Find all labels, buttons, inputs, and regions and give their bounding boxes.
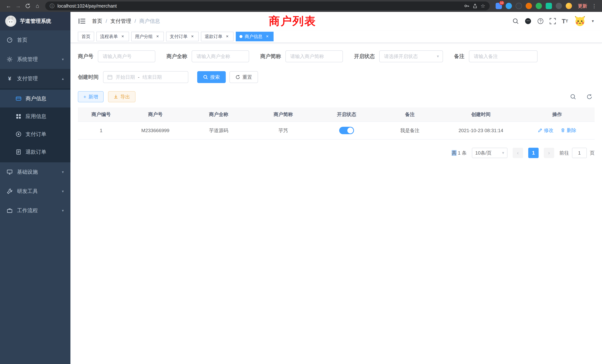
- document-icon: [16, 149, 22, 155]
- download-icon: [114, 95, 118, 99]
- reset-button[interactable]: 重置: [229, 71, 258, 83]
- tab-merchant-info[interactable]: 商户信息 ×: [236, 32, 274, 41]
- sidebar-item-system[interactable]: 系统管理 ▾: [0, 50, 70, 69]
- close-icon[interactable]: ×: [120, 34, 125, 39]
- extension-orange-icon[interactable]: [526, 3, 532, 9]
- tab-refund-order[interactable]: 退款订单 ×: [201, 32, 234, 41]
- plus-icon: +: [83, 94, 86, 100]
- sidebar-item-workflow[interactable]: 工作流程 ▾: [0, 201, 70, 220]
- extension-square-icon[interactable]: [546, 3, 552, 9]
- screen: ← → ⌂ ⓘ localhost:1024/pay/merchant ☆ 10: [0, 0, 602, 364]
- sidebar-logo[interactable]: 芋道管理系统: [0, 12, 70, 30]
- extension-grid-icon[interactable]: 10: [496, 3, 502, 9]
- extension-badge: 10: [499, 1, 504, 5]
- column-header: 创建时间: [442, 107, 520, 122]
- next-page-button[interactable]: ›: [544, 148, 554, 158]
- prev-page-button[interactable]: ‹: [513, 148, 523, 158]
- sidebar-item-payment[interactable]: ¥ 支付管理 ▴: [0, 69, 70, 88]
- logo-avatar: [5, 16, 16, 27]
- tab-label: 支付订单: [170, 33, 188, 40]
- tab-pay-order[interactable]: 支付订单 ×: [166, 32, 199, 41]
- page-size-select[interactable]: 10条/页 ▾: [472, 148, 507, 158]
- url-text[interactable]: localhost:1024/pay/merchant: [57, 3, 117, 9]
- search-button[interactable]: 搜索: [197, 71, 226, 83]
- sidebar-item-home[interactable]: 首页: [0, 30, 70, 50]
- search-icon[interactable]: [513, 18, 519, 24]
- close-icon[interactable]: ×: [265, 34, 270, 39]
- extension-dark-icon[interactable]: [516, 3, 522, 9]
- status-select[interactable]: 请选择开启状态 ▾: [379, 50, 443, 62]
- sidebar-item-label: 工作流程: [17, 207, 38, 214]
- breadcrumb-home[interactable]: 首页: [92, 18, 102, 25]
- goto-page-input[interactable]: [572, 148, 587, 158]
- forward-icon[interactable]: →: [13, 1, 23, 11]
- toggle-search-icon[interactable]: [568, 92, 578, 102]
- tab-user-group[interactable]: 用户分组 ×: [131, 32, 164, 41]
- page-number-button[interactable]: 1: [528, 148, 539, 158]
- toolbar-right: [568, 92, 595, 102]
- cell-full-name: 芋道源码: [186, 122, 251, 139]
- add-button[interactable]: + 新增: [78, 91, 104, 102]
- browser-update-button[interactable]: 更新: [575, 3, 590, 9]
- sidebar-item-devtools[interactable]: 研发工具 ▾: [0, 182, 70, 201]
- user-avatar[interactable]: [574, 16, 586, 26]
- merchant-short-input[interactable]: [285, 50, 343, 62]
- sidebar-item-infrastructure[interactable]: 基础设施 ▾: [0, 162, 70, 182]
- status-toggle[interactable]: [339, 127, 354, 134]
- bookmark-star-icon[interactable]: ☆: [481, 3, 485, 9]
- site-info-icon[interactable]: ⓘ: [50, 3, 54, 9]
- sidebar-item-merchant-info[interactable]: 商户信息: [0, 90, 70, 107]
- sidebar-item-app-info[interactable]: 应用信息: [0, 107, 70, 125]
- share-icon[interactable]: [473, 3, 478, 9]
- sidebar-item-refund-order[interactable]: 退款订单: [0, 143, 70, 161]
- breadcrumb-payment[interactable]: 支付管理: [110, 18, 131, 25]
- select-placeholder: 请选择开启状态: [384, 53, 418, 60]
- url-bar[interactable]: ⓘ localhost:1024/pay/merchant ☆: [45, 1, 490, 10]
- help-icon[interactable]: [537, 18, 544, 24]
- profile-avatar-icon[interactable]: [566, 3, 572, 9]
- page-annotation: 商户列表: [269, 14, 316, 29]
- close-icon[interactable]: ×: [190, 34, 195, 39]
- remark-input[interactable]: [469, 50, 538, 62]
- fullscreen-icon[interactable]: [549, 18, 556, 24]
- date-range-picker[interactable]: 开始日期 - 结束日期: [103, 71, 188, 83]
- wrench-icon: [7, 188, 13, 194]
- sidebar-item-pay-order[interactable]: 支付订单: [0, 125, 70, 143]
- active-dot-icon: [239, 35, 242, 38]
- search-icon: [203, 75, 208, 79]
- sidebar-item-label: 支付管理: [17, 75, 38, 82]
- back-icon[interactable]: ←: [4, 1, 13, 11]
- merchant-no-input[interactable]: [98, 50, 155, 62]
- delete-link[interactable]: 删除: [561, 127, 576, 134]
- breadcrumb-separator: /: [106, 18, 107, 24]
- monitor-icon: [7, 169, 13, 175]
- extension-drop-icon[interactable]: [506, 3, 512, 9]
- extension-green-icon[interactable]: [536, 3, 542, 9]
- cell-create-time: 2021-10-23 08:31:14: [442, 122, 520, 139]
- github-icon[interactable]: [525, 18, 531, 24]
- refresh-table-icon[interactable]: [584, 92, 595, 102]
- payment-submenu: 商户信息 应用信息 支付订单 退款订单: [0, 88, 70, 162]
- password-key-icon[interactable]: [464, 3, 470, 9]
- cell-merchant-no: M233666999: [124, 122, 186, 139]
- cell-short-name: 芋艿: [251, 122, 316, 139]
- pagination-total: 共 1 条: [452, 150, 467, 156]
- close-icon[interactable]: ×: [225, 34, 230, 39]
- calendar-icon: [107, 74, 113, 80]
- avatar-caret-icon[interactable]: ▾: [592, 19, 594, 23]
- tab-process-form[interactable]: 流程表单 ×: [96, 32, 129, 41]
- extension-knot-icon[interactable]: [556, 3, 562, 9]
- filter-label: 商户全称: [166, 53, 187, 60]
- filter-row-2: 创建时间 开始日期 - 结束日期 搜索 重置: [78, 71, 595, 83]
- tab-home[interactable]: 首页: [78, 32, 94, 41]
- home-icon[interactable]: ⌂: [33, 1, 42, 11]
- close-icon[interactable]: ×: [155, 34, 160, 39]
- export-button[interactable]: 导出: [108, 91, 136, 102]
- merchant-name-input[interactable]: [192, 50, 249, 62]
- collapse-sidebar-icon[interactable]: [79, 19, 85, 24]
- edit-link[interactable]: 修改: [538, 127, 553, 134]
- font-size-icon[interactable]: TT: [562, 18, 568, 25]
- reload-icon[interactable]: [23, 1, 33, 11]
- browser-menu-icon[interactable]: ⋮: [590, 3, 598, 9]
- filter-remark: 备注: [454, 50, 538, 62]
